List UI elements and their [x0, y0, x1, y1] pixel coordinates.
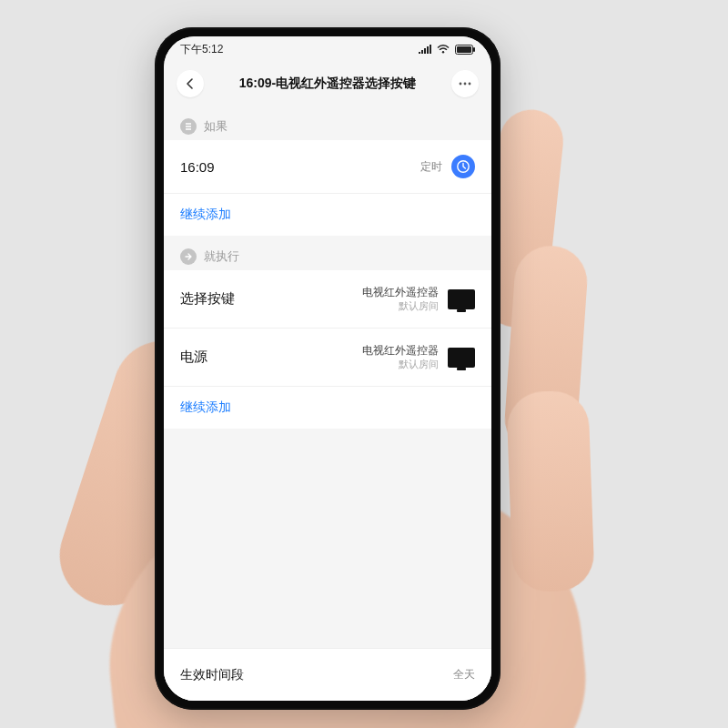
then-label: 就执行	[204, 248, 239, 265]
if-label: 如果	[204, 118, 228, 135]
battery-icon	[455, 45, 475, 55]
status-bar: 下午5:12	[164, 36, 491, 62]
svg-point-5	[464, 83, 467, 86]
if-add-link[interactable]: 继续添加	[164, 194, 491, 236]
action-row[interactable]: 选择按键 电视红外遥控器 默认房间	[164, 270, 491, 329]
list-icon	[180, 118, 197, 135]
ellipsis-icon	[459, 82, 471, 86]
svg-rect-2	[457, 46, 471, 53]
phone-frame: 下午5:12 16:09-电视红外遥控器选择按键	[155, 27, 500, 710]
arrow-right-icon	[180, 248, 197, 265]
tv-icon	[448, 289, 475, 309]
effective-period-value: 全天	[453, 667, 475, 682]
if-section-header: 如果	[164, 106, 491, 140]
action-row[interactable]: 电源 电视红外遥控器 默认房间	[164, 329, 491, 387]
effective-period-label: 生效时间段	[180, 667, 453, 683]
status-time: 下午5:12	[180, 42, 223, 57]
signal-icon	[419, 45, 431, 54]
action-title: 电源	[180, 349, 362, 366]
content-area: 如果 16:09 定时 继续添加 就执行 选择按键	[164, 106, 491, 701]
footer-area: 生效时间段 全天	[164, 648, 491, 701]
action-device: 电视红外遥控器	[362, 285, 439, 299]
wifi-icon	[437, 45, 450, 54]
action-room: 默认房间	[399, 299, 439, 313]
svg-rect-3	[473, 47, 475, 52]
tv-icon	[448, 348, 475, 368]
action-title: 选择按键	[180, 290, 362, 308]
svg-point-4	[460, 83, 462, 86]
screen: 下午5:12 16:09-电视红外遥控器选择按键	[164, 36, 491, 701]
condition-time-row[interactable]: 16:09 定时	[164, 140, 491, 194]
clock-icon	[451, 155, 475, 178]
svg-point-6	[469, 83, 471, 86]
svg-point-0	[442, 51, 444, 53]
action-room: 默认房间	[399, 358, 439, 371]
chevron-left-icon	[185, 78, 196, 89]
effective-period-row[interactable]: 生效时间段 全天	[164, 648, 491, 701]
condition-time-tag: 定时	[420, 159, 442, 175]
page-title: 16:09-电视红外遥控器选择按键	[204, 76, 451, 92]
then-add-link[interactable]: 继续添加	[164, 387, 491, 429]
app-bar: 16:09-电视红外遥控器选择按键	[164, 62, 491, 106]
then-section-header: 就执行	[164, 236, 491, 270]
back-button[interactable]	[177, 70, 204, 97]
action-device: 电视红外遥控器	[362, 343, 439, 358]
condition-time-value: 16:09	[180, 159, 420, 175]
more-button[interactable]	[451, 70, 479, 97]
